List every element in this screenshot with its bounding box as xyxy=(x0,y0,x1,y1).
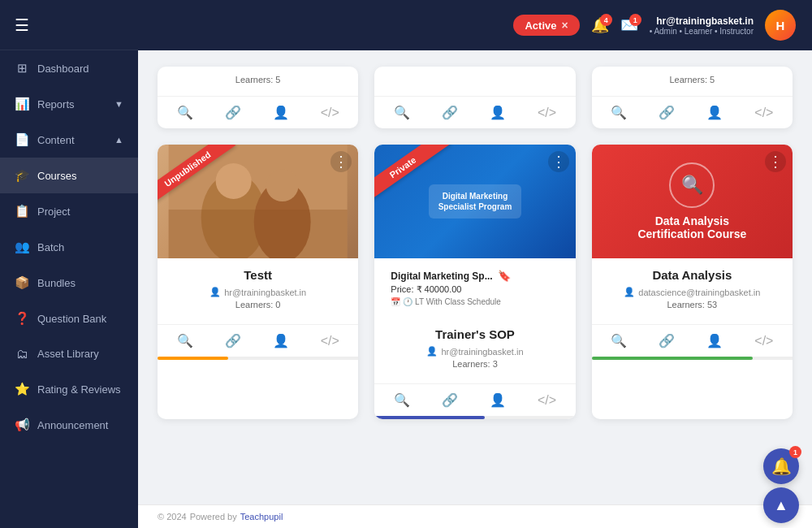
user-info: hr@trainingbasket.in • Admin • Learner •… xyxy=(650,15,754,36)
action-link-2[interactable]: 🔗 xyxy=(437,103,463,122)
top-card-3-learners: Learners: 5 xyxy=(603,75,781,84)
bookmark-icon[interactable]: 🔖 xyxy=(498,270,511,282)
action-preview-testt[interactable]: 🔍 xyxy=(172,331,198,350)
svg-point-4 xyxy=(266,169,299,201)
card-menu-trainers-sop[interactable]: ⋮ xyxy=(548,151,569,172)
digital-inner-card: Digital Marketing Sp... 🔖 Price: ₹ 40000… xyxy=(382,263,567,313)
action-link-da[interactable]: 🔗 xyxy=(654,331,680,350)
owner-icon-data-analysis: 👤 xyxy=(624,287,635,297)
question-bank-icon: ❓ xyxy=(15,311,29,326)
bell-button[interactable]: 🔔 4 xyxy=(591,16,609,34)
floating-bell-button[interactable]: 🔔 1 xyxy=(763,448,799,484)
batch-icon: 👥 xyxy=(15,240,29,254)
card-owner-testt: 👤 hr@trainingbasket.in xyxy=(169,287,347,297)
footer-copyright: © 2024 xyxy=(158,512,187,522)
top-card-3: Learners: 5 🔍 🔗 👤 </> xyxy=(592,67,793,128)
action-code-da[interactable]: </> xyxy=(749,332,778,350)
card-title-testt: Testt xyxy=(169,268,347,282)
card-body-data-analysis: Data Analysis 👤 datascience@trainingbask… xyxy=(592,258,793,324)
card-owner-data-analysis: 👤 datascience@trainingbasket.in xyxy=(603,287,781,297)
sidebar-item-rating-reviews[interactable]: ⭐ Rating & Reviews xyxy=(0,371,138,407)
card-title-data-analysis: Data Analysis xyxy=(603,268,781,282)
avatar[interactable]: H xyxy=(765,10,796,41)
action-link-1[interactable]: 🔗 xyxy=(220,103,246,122)
sidebar-label-project: Project xyxy=(37,206,70,218)
sidebar-label-asset-library: Asset Library xyxy=(37,348,99,360)
top-card-1-body: Learners: 5 xyxy=(158,67,358,96)
content-area: Learners: 5 🔍 🔗 👤 </> 🔍 🔗 👤 xyxy=(138,50,812,504)
card-image-data-analysis: 🔍 Data AnalysisCertification Course ⋮ xyxy=(592,145,793,258)
action-code-sop[interactable]: </> xyxy=(533,392,561,409)
hamburger-icon[interactable]: ☰ xyxy=(15,15,29,35)
card-body-trainers-sop: Trainer's SOP 👤 hr@trainingbasket.in Lea… xyxy=(374,318,575,383)
card-progress-bar-testt xyxy=(158,357,228,360)
footer-powered-by: Powered by xyxy=(190,512,237,522)
action-link-testt[interactable]: 🔗 xyxy=(220,331,246,350)
calendar-icon: 📅 xyxy=(391,297,400,306)
sidebar-item-question-bank[interactable]: ❓ Question Bank xyxy=(0,301,138,336)
topbar: Active × 🔔 4 ✉️ 1 hr@trainingbasket.in •… xyxy=(138,0,812,50)
action-preview-1[interactable]: 🔍 xyxy=(172,103,198,122)
top-card-1-actions: 🔍 🔗 👤 </> xyxy=(158,96,358,128)
sidebar-label-courses: Courses xyxy=(37,170,76,182)
footer-brand-link[interactable]: Teachpupil xyxy=(240,512,283,522)
card-actions-trainers-sop: 🔍 🔗 👤 </> xyxy=(374,383,575,416)
action-user-da[interactable]: 👤 xyxy=(702,331,728,350)
sidebar-item-announcement[interactable]: 📢 Announcement xyxy=(0,407,138,443)
action-link-sop[interactable]: 🔗 xyxy=(437,391,463,409)
sidebar-item-project[interactable]: 📋 Project xyxy=(0,193,138,229)
action-preview-2[interactable]: 🔍 xyxy=(389,103,415,122)
sidebar-label-question-bank: Question Bank xyxy=(37,313,106,325)
mail-button[interactable]: ✉️ 1 xyxy=(620,16,638,34)
sidebar-item-dashboard[interactable]: ⊞ Dashboard xyxy=(0,50,138,86)
action-user-1[interactable]: 👤 xyxy=(268,103,294,122)
action-code-2[interactable]: </> xyxy=(533,104,561,122)
dashboard-icon: ⊞ xyxy=(15,61,29,76)
action-preview-sop[interactable]: 🔍 xyxy=(389,391,415,409)
card-image-trainers-sop: Digital MarketingSpecialist Program Priv… xyxy=(374,145,575,258)
top-card-2: 🔍 🔗 👤 </> xyxy=(374,67,575,128)
sidebar-item-bundles[interactable]: 📦 Bundles xyxy=(0,265,138,301)
bundles-icon: 📦 xyxy=(15,275,29,290)
svg-point-2 xyxy=(216,163,252,199)
user-email: hr@trainingbasket.in xyxy=(656,15,754,27)
top-card-1: Learners: 5 🔍 🔗 👤 </> xyxy=(158,67,358,128)
top-cards-row: Learners: 5 🔍 🔗 👤 </> 🔍 🔗 👤 xyxy=(158,67,793,128)
card-owner-trainers-sop: 👤 hr@trainingbasket.in xyxy=(386,346,564,357)
main-area: Active × 🔔 4 ✉️ 1 hr@trainingbasket.in •… xyxy=(138,0,812,528)
bell-badge: 4 xyxy=(600,14,612,26)
sidebar-label-reports: Reports xyxy=(37,98,75,110)
sidebar-item-batch[interactable]: 👥 Batch xyxy=(0,229,138,265)
action-user-testt[interactable]: 👤 xyxy=(268,331,294,350)
card-image-testt: Unpublished ⋮ xyxy=(158,145,358,258)
owner-icon-testt: 👤 xyxy=(209,287,221,297)
card-menu-data-analysis[interactable]: ⋮ xyxy=(765,151,786,172)
floating-bell-badge: 1 xyxy=(789,446,801,458)
active-close-icon[interactable]: × xyxy=(561,19,568,32)
top-card-1-learners: Learners: 5 xyxy=(169,75,347,84)
active-badge[interactable]: Active × xyxy=(513,15,579,36)
card-progress-testt xyxy=(158,357,358,360)
action-user-3[interactable]: 👤 xyxy=(702,103,728,122)
chevron-down-icon: ▼ xyxy=(114,99,123,109)
action-code-3[interactable]: </> xyxy=(749,104,778,122)
sidebar-item-courses[interactable]: 🎓 Courses xyxy=(0,158,138,193)
card-title-trainers-sop: Trainer's SOP xyxy=(386,327,564,341)
sidebar-item-asset-library[interactable]: 🗂 Asset Library xyxy=(0,336,138,371)
card-red-title: Data AnalysisCertification Course xyxy=(628,214,756,240)
footer: © 2024 Powered by Teachpupil xyxy=(138,504,812,528)
sidebar-item-content[interactable]: 📄 Content ▲ xyxy=(0,122,138,158)
scroll-to-top-button[interactable]: ▲ xyxy=(763,487,799,523)
action-preview-3[interactable]: 🔍 xyxy=(606,103,632,122)
course-card-trainers-sop: Digital MarketingSpecialist Program Priv… xyxy=(374,145,575,419)
sidebar-item-reports[interactable]: 📊 Reports ▼ xyxy=(0,86,138,122)
card-body-testt: Testt 👤 hr@trainingbasket.in Learners: 0 xyxy=(158,258,358,324)
action-code-testt[interactable]: </> xyxy=(316,332,344,350)
action-user-sop[interactable]: 👤 xyxy=(485,391,511,409)
action-user-2[interactable]: 👤 xyxy=(485,103,511,122)
action-code-1[interactable]: </> xyxy=(316,104,344,122)
card-actions-data-analysis: 🔍 🔗 👤 </> xyxy=(592,324,793,357)
sidebar: ☰ ⊞ Dashboard 📊 Reports ▼ 📄 Content ▲ 🎓 … xyxy=(0,0,138,528)
action-link-3[interactable]: 🔗 xyxy=(654,103,680,122)
action-preview-da[interactable]: 🔍 xyxy=(606,331,632,350)
